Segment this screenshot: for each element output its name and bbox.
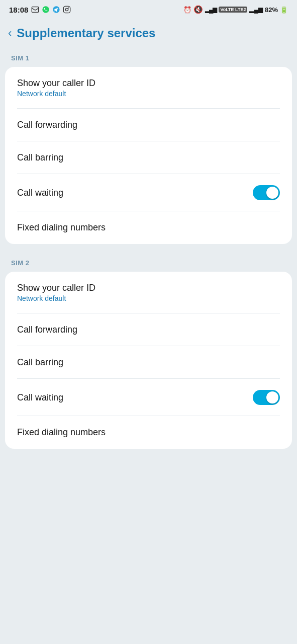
sim2-caller-id-subtitle: Network default	[17, 294, 95, 302]
signal-icon: ▂▄▆	[205, 6, 217, 13]
sim2-call-waiting-title: Call waiting	[17, 392, 63, 403]
volte-badge: VoLTE LTE2	[219, 7, 247, 13]
sim2-call-forwarding-item[interactable]: Call forwarding	[5, 313, 292, 346]
status-bar: 18:08 ⏰ 🔇 ▂▄▆ VoLTE LTE2 ▂▄▆ 82% 🔋	[0, 0, 297, 17]
page-header: ‹ Supplementary services	[0, 17, 297, 49]
whatsapp-icon	[42, 6, 50, 14]
sim2-call-waiting-text: Call waiting	[17, 392, 63, 403]
telegram-icon	[52, 6, 60, 14]
sim2-fixed-dialing-text: Fixed dialing numbers	[17, 427, 106, 438]
sim2-call-forwarding-text: Call forwarding	[17, 325, 77, 335]
sim2-card: Show your caller ID Network default Call…	[5, 272, 292, 449]
sim2-call-barring-text: Call barring	[17, 357, 63, 368]
status-right-icons: ⏰ 🔇 ▂▄▆ VoLTE LTE2 ▂▄▆ 82% 🔋	[183, 5, 288, 14]
svg-rect-3	[64, 6, 70, 13]
instagram-icon	[63, 6, 71, 14]
sim1-fixed-dialing-item[interactable]: Fixed dialing numbers	[5, 211, 292, 244]
sim2-call-barring-item[interactable]: Call barring	[5, 346, 292, 379]
sim2-caller-id-item[interactable]: Show your caller ID Network default	[5, 272, 292, 313]
sim1-fixed-dialing-title: Fixed dialing numbers	[17, 222, 106, 233]
sim1-call-waiting-text: Call waiting	[17, 188, 63, 198]
sim2-call-waiting-item[interactable]: Call waiting	[5, 379, 292, 416]
sim1-fixed-dialing-text: Fixed dialing numbers	[17, 222, 106, 233]
sim1-caller-id-subtitle: Network default	[17, 90, 95, 98]
message-icon	[31, 6, 39, 14]
svg-point-1	[43, 6, 49, 13]
sim2-call-waiting-toggle-thumb	[266, 391, 278, 404]
status-icons	[31, 6, 71, 14]
page-title: Supplementary services	[17, 26, 155, 40]
sim1-call-waiting-toggle-thumb	[266, 187, 278, 199]
sim1-call-forwarding-text: Call forwarding	[17, 120, 77, 130]
time-display: 18:08	[9, 6, 28, 14]
status-time: 18:08	[9, 6, 71, 14]
sim1-call-waiting-toggle-track	[253, 185, 280, 200]
sim1-call-barring-text: Call barring	[17, 152, 63, 163]
section-gap	[0, 247, 297, 254]
sim1-caller-id-item[interactable]: Show your caller ID Network default	[5, 67, 292, 109]
sim1-call-barring-title: Call barring	[17, 152, 63, 163]
mute-icon: 🔇	[193, 5, 203, 14]
sim1-caller-id-title: Show your caller ID	[17, 78, 95, 89]
battery-percent: 82%	[265, 6, 278, 14]
sim2-label: SIM 2	[0, 254, 297, 271]
back-button[interactable]: ‹	[8, 27, 12, 40]
sim1-call-forwarding-title: Call forwarding	[17, 120, 77, 130]
sim2-caller-id-title: Show your caller ID	[17, 283, 95, 293]
signal2-icon: ▂▄▆	[249, 6, 263, 13]
sim2-call-waiting-toggle-track	[253, 390, 280, 405]
sim1-call-barring-item[interactable]: Call barring	[5, 141, 292, 174]
svg-point-4	[66, 8, 68, 11]
sim1-caller-id-text: Show your caller ID Network default	[17, 78, 95, 98]
sim2-fixed-dialing-item[interactable]: Fixed dialing numbers	[5, 416, 292, 449]
sim1-label: SIM 1	[0, 49, 297, 66]
sim1-card: Show your caller ID Network default Call…	[5, 67, 292, 244]
sim1-call-forwarding-item[interactable]: Call forwarding	[5, 109, 292, 141]
sim1-call-waiting-toggle[interactable]	[253, 185, 280, 200]
sim2-caller-id-text: Show your caller ID Network default	[17, 283, 95, 302]
sim2-call-forwarding-title: Call forwarding	[17, 325, 77, 335]
sim2-call-waiting-toggle[interactable]	[253, 390, 280, 405]
battery-icon: 🔋	[280, 6, 288, 14]
sim1-call-waiting-item[interactable]: Call waiting	[5, 174, 292, 211]
svg-point-5	[68, 8, 69, 9]
svg-rect-0	[32, 7, 39, 13]
alarm-icon: ⏰	[183, 6, 191, 14]
sim2-fixed-dialing-title: Fixed dialing numbers	[17, 427, 106, 438]
sim2-call-barring-title: Call barring	[17, 357, 63, 368]
sim1-call-waiting-title: Call waiting	[17, 188, 63, 198]
